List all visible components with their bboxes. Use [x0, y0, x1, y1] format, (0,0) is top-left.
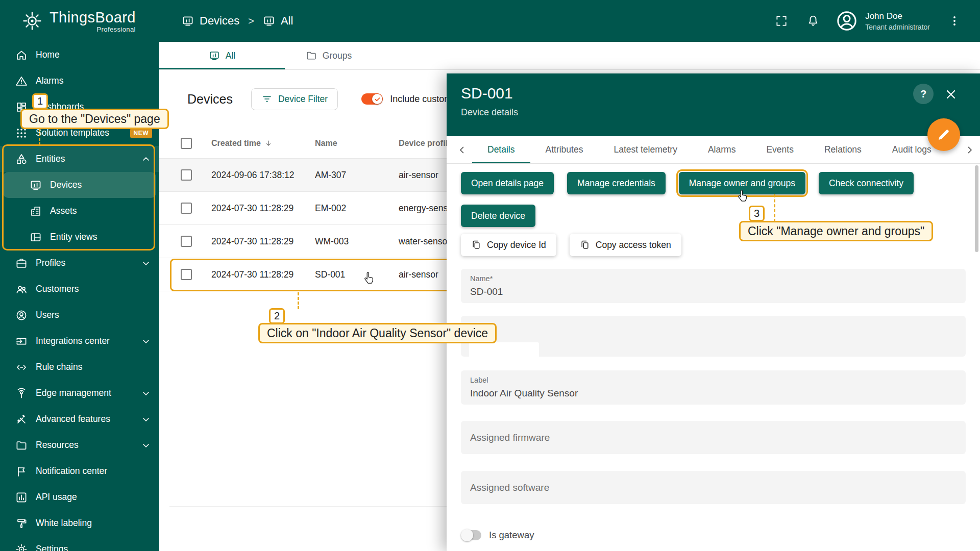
tab-all[interactable]: All — [159, 42, 285, 69]
sidebar-item-entity-views[interactable]: Entity views — [0, 224, 159, 250]
sidebar-item-entities[interactable]: Entities — [0, 146, 159, 172]
brand-logo: ThingsBoard Professional — [0, 9, 159, 33]
sidebar-item-integrations-center[interactable]: Integrations center — [0, 328, 159, 354]
device-icon — [30, 179, 42, 191]
chevron-down-icon — [140, 413, 152, 425]
sidebar-item-resources[interactable]: Resources — [0, 432, 159, 458]
assigned-software-field[interactable]: Assigned software — [461, 471, 966, 504]
copy-icon — [580, 240, 590, 250]
toggle-on-track[interactable] — [361, 93, 383, 105]
antenna-icon — [15, 387, 28, 399]
sidebar-item-alarms[interactable]: Alarms — [0, 68, 159, 94]
cell-name: WM-003 — [315, 236, 399, 247]
edit-fab-button[interactable] — [927, 118, 960, 151]
tab-alarms[interactable]: Alarms — [693, 136, 751, 164]
chevron-up-icon — [140, 153, 152, 165]
sidebar-item-home[interactable]: Home — [0, 42, 159, 68]
device-profile-field[interactable] — [461, 316, 966, 357]
select-all-checkbox[interactable] — [181, 138, 192, 149]
breadcrumb-all[interactable]: All — [263, 14, 293, 28]
row-checkbox[interactable] — [181, 269, 192, 280]
breadcrumb-devices[interactable]: Devices — [182, 14, 239, 28]
assigned-firmware-field[interactable]: Assigned firmware — [461, 421, 966, 454]
column-name[interactable]: Name — [315, 139, 399, 148]
device-icon — [209, 50, 220, 61]
tabs-scroll-left-button[interactable] — [452, 136, 472, 164]
tab-relations[interactable]: Relations — [809, 136, 877, 164]
close-button[interactable] — [943, 87, 959, 102]
user-menu[interactable]: John Doe Tenant administrator — [835, 9, 930, 33]
chevron-down-icon — [140, 387, 152, 399]
fullscreen-button[interactable] — [771, 11, 792, 31]
row-checkbox[interactable] — [181, 169, 192, 181]
person-icon — [15, 309, 28, 321]
action-buttons-row: Open details page Manage credentials Man… — [461, 172, 966, 194]
copy-device-id-button[interactable]: Copy device Id — [461, 234, 556, 256]
tab-attributes[interactable]: Attributes — [530, 136, 599, 164]
bell-icon — [806, 14, 820, 28]
kebab-icon — [948, 14, 961, 28]
breadcrumb-separator: > — [248, 15, 254, 27]
hand-cursor-row — [362, 270, 377, 285]
delete-device-button[interactable]: Delete device — [461, 205, 535, 227]
sidebar-item-white-labeling[interactable]: White labeling — [0, 510, 159, 536]
sidebar-item-rule-chains[interactable]: Rule chains — [0, 354, 159, 380]
header-kebab-menu[interactable] — [944, 11, 965, 31]
tab-events[interactable]: Events — [751, 136, 809, 164]
sidebar-item-label: Customers — [36, 284, 79, 294]
panel-header: SD-001 Device details ? — [447, 73, 980, 136]
breadcrumb: Devices > All — [182, 14, 293, 28]
header-actions: John Doe Tenant administrator — [771, 9, 980, 33]
sidebar-item-notification-center[interactable]: Notification center — [0, 458, 159, 484]
entity-group-tabs: All Groups — [159, 42, 980, 70]
notifications-button[interactable] — [803, 11, 823, 31]
is-gateway-toggle[interactable] — [461, 530, 481, 540]
device-filter-button[interactable]: Device Filter — [251, 88, 338, 110]
copy-access-token-button[interactable]: Copy access token — [570, 234, 681, 256]
help-button[interactable]: ? — [913, 84, 934, 104]
check-connectivity-button[interactable]: Check connectivity — [819, 172, 914, 194]
warning-icon — [15, 75, 28, 87]
device-profile-field-input[interactable] — [469, 342, 539, 358]
sidebar-item-settings[interactable]: Settings — [0, 536, 159, 551]
assets-icon — [30, 205, 42, 217]
panel-body: Open details page Manage credentials Man… — [447, 164, 980, 541]
cell-created-time: 2024-07-30 11:28:29 — [211, 203, 315, 214]
column-created-time[interactable]: Created time — [211, 139, 315, 148]
sidebar-item-users[interactable]: Users — [0, 302, 159, 328]
row-checkbox[interactable] — [181, 236, 192, 247]
annotation-step-3-label: Click "Manage owner and groups" — [739, 221, 933, 241]
chevron-down-icon — [140, 257, 152, 269]
annotation-connector-1 — [39, 129, 40, 145]
sidebar-item-profiles[interactable]: Profiles — [0, 250, 159, 276]
device-details-panel: SD-001 Device details ? Details Attribut… — [447, 73, 980, 551]
device-filter-label: Device Filter — [278, 94, 328, 105]
open-details-page-button[interactable]: Open details page — [461, 172, 554, 194]
toggle-knob — [372, 94, 382, 104]
sidebar-item-label: Advanced features — [36, 414, 110, 424]
tab-details[interactable]: Details — [472, 136, 530, 164]
name-field[interactable]: Name* SD-001 — [461, 269, 966, 303]
manage-credentials-button[interactable]: Manage credentials — [567, 172, 666, 194]
tab-groups[interactable]: Groups — [285, 42, 373, 69]
check-icon — [374, 96, 381, 103]
page-title: Devices — [187, 92, 233, 107]
brand-name: ThingsBoard — [50, 9, 136, 26]
sidebar-item-assets[interactable]: Assets — [0, 198, 159, 224]
sidebar-item-advanced-features[interactable]: Advanced features — [0, 406, 159, 432]
tab-latest-telemetry[interactable]: Latest telemetry — [598, 136, 693, 164]
sidebar-item-label: Solution templates — [36, 128, 109, 138]
sidebar-item-customers[interactable]: Customers — [0, 276, 159, 302]
sidebar-item-api-usage[interactable]: API usage — [0, 484, 159, 510]
tab-all-label: All — [226, 51, 235, 61]
sidebar-item-label: Devices — [50, 180, 82, 190]
sidebar-item-edge-management[interactable]: Edge management — [0, 380, 159, 406]
label-field[interactable]: Label Indoor Air Quality Sensor — [461, 370, 966, 405]
panel-scrollbar[interactable] — [975, 165, 978, 252]
cell-created-time: 2024-07-30 11:28:29 — [211, 269, 315, 280]
panel-subtitle: Device details — [461, 107, 966, 118]
sidebar-item-devices[interactable]: Devices — [3, 172, 156, 198]
row-checkbox[interactable] — [181, 203, 192, 214]
flag-icon — [15, 465, 28, 478]
sidebar-item-label: Profiles — [36, 258, 65, 268]
